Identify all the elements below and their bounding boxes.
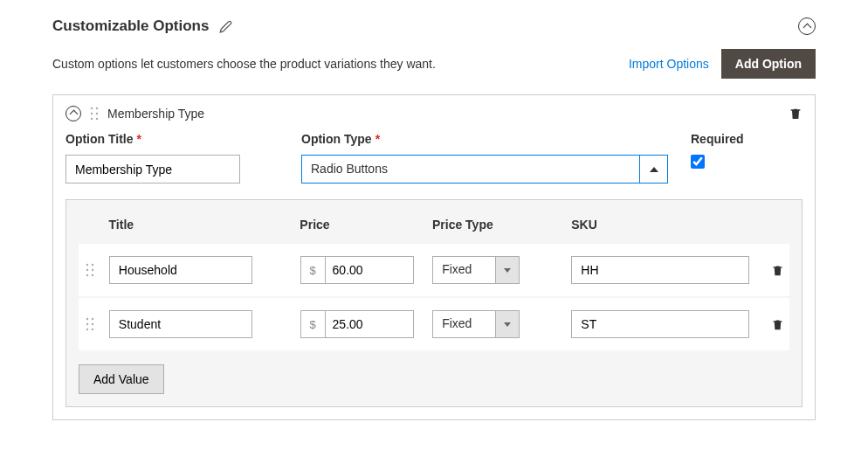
price-type-select[interactable]: Fixed	[432, 310, 520, 338]
option-type-select[interactable]: Radio Buttons	[301, 155, 668, 183]
svg-point-4	[91, 118, 93, 120]
svg-point-14	[86, 323, 88, 325]
currency-symbol: $	[300, 310, 325, 338]
delete-value-icon[interactable]	[771, 317, 784, 332]
delete-value-icon[interactable]	[771, 263, 784, 278]
section-title: Customizable Options	[52, 17, 209, 35]
add-value-button[interactable]: Add Value	[79, 364, 164, 394]
chevron-up-icon	[804, 19, 810, 33]
currency-symbol: $	[300, 256, 325, 284]
import-options-link[interactable]: Import Options	[629, 57, 709, 71]
drag-handle-icon[interactable]	[90, 107, 99, 121]
drag-handle-icon[interactable]	[86, 263, 94, 277]
option-name: Membership Type	[107, 107, 204, 121]
section-description: Custom options let customers choose the …	[52, 57, 436, 71]
option-title-input[interactable]	[65, 155, 240, 183]
value-title-input[interactable]	[109, 256, 252, 284]
svg-point-11	[92, 274, 93, 276]
col-header-price: Price	[300, 218, 432, 232]
required-label: Required	[691, 132, 744, 146]
svg-point-13	[92, 318, 93, 320]
svg-point-3	[96, 113, 98, 114]
add-option-button[interactable]: Add Option	[721, 49, 816, 79]
svg-point-9	[92, 269, 93, 271]
col-header-title: Title	[109, 218, 300, 232]
section-collapse-toggle[interactable]	[798, 17, 816, 35]
svg-point-0	[91, 107, 93, 109]
svg-point-10	[86, 274, 88, 276]
value-title-input[interactable]	[109, 310, 252, 338]
value-price-input[interactable]	[325, 310, 414, 338]
svg-point-8	[86, 269, 88, 271]
value-sku-input[interactable]	[571, 310, 749, 338]
svg-point-6	[86, 264, 88, 266]
chevron-up-icon	[71, 108, 77, 119]
pencil-icon[interactable]	[219, 20, 232, 33]
col-header-pricetype: Price Type	[432, 218, 571, 232]
value-sku-input[interactable]	[571, 256, 749, 284]
col-header-sku: SKU	[571, 218, 755, 232]
svg-point-15	[92, 323, 93, 325]
svg-point-5	[96, 118, 98, 120]
svg-point-1	[96, 107, 98, 109]
values-panel: Title Price Price Type SKU $	[65, 199, 803, 407]
drag-handle-icon[interactable]	[86, 317, 94, 331]
select-arrow[interactable]	[639, 155, 668, 183]
price-type-value: Fixed	[432, 256, 495, 284]
triangle-up-icon	[650, 167, 658, 172]
price-type-select[interactable]: Fixed	[432, 256, 520, 284]
option-type-value: Radio Buttons	[301, 155, 639, 183]
option-title-label: Option Title*	[65, 132, 301, 146]
svg-point-17	[92, 329, 93, 330]
delete-option-icon[interactable]	[789, 106, 803, 121]
value-row: $ Fixed	[79, 244, 789, 296]
select-arrow[interactable]	[495, 256, 520, 284]
triangle-down-icon	[504, 268, 511, 273]
svg-point-16	[86, 329, 88, 330]
triangle-down-icon	[504, 322, 511, 327]
value-row: $ Fixed	[79, 298, 789, 350]
required-checkbox[interactable]	[691, 155, 705, 169]
svg-point-7	[92, 264, 93, 266]
svg-point-12	[86, 318, 88, 320]
option-panel: Membership Type Option Title* Option Typ…	[52, 94, 816, 420]
option-type-label: Option Type*	[301, 132, 691, 146]
svg-point-2	[91, 113, 93, 114]
value-price-input[interactable]	[325, 256, 414, 284]
select-arrow[interactable]	[495, 310, 520, 338]
price-type-value: Fixed	[432, 310, 495, 338]
option-collapse-toggle[interactable]	[65, 106, 81, 121]
